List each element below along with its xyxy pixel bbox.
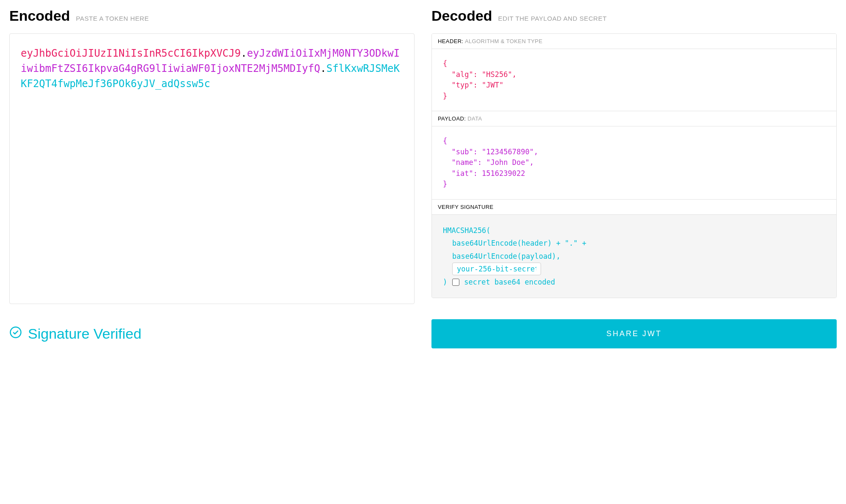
signature-section-label: VERIFY SIGNATURE bbox=[432, 199, 836, 215]
encoded-title-row: Encoded PASTE A TOKEN HERE bbox=[9, 8, 415, 24]
secret-base64-checkbox[interactable] bbox=[452, 279, 459, 286]
secret-base64-label: secret base64 encoded bbox=[464, 276, 555, 289]
encoded-token-input[interactable]: eyJhbGciOiJIUzI1NiIsInR5cCI6IkpXVCJ9.eyJ… bbox=[9, 33, 415, 304]
check-circle-icon bbox=[9, 326, 22, 342]
verified-text: Signature Verified bbox=[28, 326, 141, 342]
sig-line-1: base64UrlEncode(header) + "." + bbox=[443, 237, 825, 250]
sig-fn-open: HMACSHA256( bbox=[443, 226, 491, 235]
payload-sublabel: DATA bbox=[467, 115, 482, 122]
payload-code-editor[interactable]: { "sub": "1234567890", "name": "John Doe… bbox=[432, 126, 836, 199]
encoded-subtitle: PASTE A TOKEN HERE bbox=[76, 15, 149, 22]
encoded-column: Encoded PASTE A TOKEN HERE eyJhbGciOiJIU… bbox=[9, 8, 415, 304]
sig-line-2: base64UrlEncode(payload), bbox=[443, 250, 825, 263]
token-dot: . bbox=[320, 63, 326, 74]
signature-label: VERIFY SIGNATURE bbox=[438, 204, 494, 210]
payload-section-label: PAYLOAD: DATA bbox=[432, 111, 836, 126]
token-dot: . bbox=[241, 47, 247, 59]
header-sublabel: ALGORITHM & TOKEN TYPE bbox=[465, 38, 543, 44]
share-jwt-button[interactable]: SHARE JWT bbox=[431, 319, 837, 348]
payload-label: PAYLOAD: bbox=[438, 115, 466, 122]
decoded-title: Decoded bbox=[431, 8, 492, 24]
header-code-editor[interactable]: { "alg": "HS256", "typ": "JWT" } bbox=[432, 49, 836, 111]
sig-fn-close: ) bbox=[443, 276, 447, 289]
decoded-column: Decoded EDIT THE PAYLOAD AND SECRET HEAD… bbox=[431, 8, 837, 304]
header-label: HEADER: bbox=[438, 38, 464, 44]
signature-verified-status: Signature Verified bbox=[9, 319, 415, 348]
signature-block: HMACSHA256( base64UrlEncode(header) + ".… bbox=[432, 215, 836, 298]
decoded-subtitle: EDIT THE PAYLOAD AND SECRET bbox=[498, 15, 607, 22]
header-section-label: HEADER: ALGORITHM & TOKEN TYPE bbox=[432, 34, 836, 49]
svg-point-0 bbox=[11, 327, 21, 338]
token-header-segment: eyJhbGciOiJIUzI1NiIsInR5cCI6IkpXVCJ9 bbox=[21, 47, 241, 59]
decoded-panel: HEADER: ALGORITHM & TOKEN TYPE { "alg": … bbox=[431, 33, 837, 298]
encoded-title: Encoded bbox=[9, 8, 70, 24]
secret-input[interactable] bbox=[452, 263, 541, 275]
decoded-title-row: Decoded EDIT THE PAYLOAD AND SECRET bbox=[431, 8, 837, 24]
